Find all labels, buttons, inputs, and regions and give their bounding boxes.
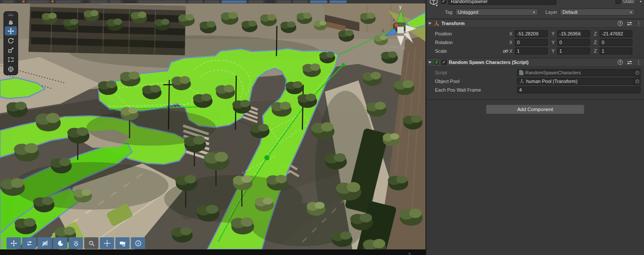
- search-icon: [88, 240, 95, 247]
- scene-camera-button[interactable]: [115, 237, 130, 249]
- layer-dropdown[interactable]: Default▼: [560, 9, 635, 16]
- wait-frame-row: Each Pos Wait Frame 4: [426, 86, 644, 94]
- compass-icon: [135, 240, 142, 247]
- constrain-proportions-icon[interactable]: [503, 49, 508, 54]
- transform-tool-button[interactable]: [5, 64, 17, 73]
- foldout-icon[interactable]: [428, 22, 431, 25]
- object-picker-icon[interactable]: [634, 77, 641, 85]
- compass-button[interactable]: [131, 237, 145, 249]
- scale-label[interactable]: Scale: [435, 48, 502, 54]
- script-object-field[interactable]: RandomSpawnCharacters: [517, 69, 634, 76]
- active-checkbox[interactable]: ✓: [441, 0, 446, 4]
- gameobject-header: ✓ RandomSpawner Static ▼ Tag Untagged▼ L…: [426, 0, 644, 19]
- status-partial-text: 2: [408, 252, 411, 255]
- position-z-field[interactable]: -21.47692: [600, 30, 632, 37]
- script-field-row: Script RandomSpawnCharacters: [426, 68, 644, 77]
- rect-icon: [7, 56, 14, 63]
- csharp-script-icon: #: [434, 60, 439, 65]
- add-component-button[interactable]: Add Component: [486, 105, 584, 114]
- script-title: Random Spawn Characters (Script): [449, 60, 529, 65]
- rotation-row: Rotation X 0 Y 0 Z 0: [426, 38, 644, 47]
- kebab-menu-icon[interactable]: ⋮: [636, 59, 641, 65]
- transform-component: Transform ? ⋮ Position X -51.28209 Y -15…: [426, 19, 644, 58]
- scene-tools-overlay: [3, 11, 18, 75]
- script-enabled-checkbox[interactable]: ✓: [441, 60, 447, 65]
- rotate-icon: [7, 37, 14, 44]
- gizmo-x-label: x: [393, 18, 395, 22]
- axis-x-label: X: [509, 31, 514, 36]
- presets-icon[interactable]: [627, 21, 632, 26]
- transform-ref-icon: [519, 79, 524, 84]
- orientation-gizmo[interactable]: y x z < Persp: [378, 3, 425, 54]
- scale-icon: [7, 47, 14, 54]
- center-pivot-button[interactable]: [100, 237, 114, 249]
- wait-frame-field[interactable]: 4: [517, 86, 641, 93]
- move-gizmo-icon: [10, 240, 17, 247]
- gameobject-name-field[interactable]: RandomSpawner: [448, 0, 556, 5]
- scene-lighting-button[interactable]: [53, 237, 67, 249]
- effects-icon: [73, 240, 79, 247]
- position-x-field[interactable]: -51.28209: [515, 30, 548, 37]
- scene-view[interactable]: y x z < Persp: [0, 0, 425, 255]
- kebab-menu-icon[interactable]: ⋮: [636, 20, 641, 26]
- scene-status-bar: 2: [0, 249, 425, 255]
- overlay-drag-handle[interactable]: [5, 13, 17, 16]
- scene-3d-render: [0, 0, 425, 255]
- object-picker-icon[interactable]: [634, 69, 641, 76]
- rotation-y-field[interactable]: 0: [557, 39, 590, 46]
- script-field-label: Script: [435, 70, 517, 75]
- move-tool-button[interactable]: [5, 26, 17, 35]
- scale-z-field[interactable]: 1: [600, 48, 632, 54]
- rotation-label[interactable]: Rotation: [435, 40, 502, 45]
- scale-x-field[interactable]: 1: [515, 48, 548, 54]
- foldout-icon[interactable]: [428, 61, 431, 64]
- hand-tool-button[interactable]: [5, 17, 17, 26]
- gizmo-y-label: y: [399, 4, 402, 10]
- scene-view-toolbar: [1, 237, 145, 249]
- axis-y-label: Y: [552, 31, 556, 36]
- rotation-z-field[interactable]: 0: [600, 39, 632, 46]
- static-dropdown-icon[interactable]: ▼: [639, 0, 642, 3]
- toolbar-drag-handle[interactable]: [1, 239, 5, 248]
- object-pool-row: Object Pool human Pool (Transform): [426, 77, 644, 86]
- main-toolbar-strip[interactable]: [0, 0, 425, 3]
- unity-editor-window: y x z < Persp: [0, 0, 644, 255]
- gameobject-cube-icon: [428, 0, 439, 6]
- script-header[interactable]: # ✓ Random Spawn Characters (Script) ? ⋮: [426, 58, 644, 67]
- tag-label: Tag: [445, 10, 453, 15]
- script-asset-icon: [519, 70, 523, 75]
- inspector-panel: ✓ RandomSpawner Static ▼ Tag Untagged▼ L…: [425, 0, 644, 255]
- projection-label[interactable]: < Persp: [384, 44, 406, 51]
- object-pool-field[interactable]: human Pool (Transform): [517, 78, 634, 85]
- rotate-tool-button[interactable]: [5, 36, 17, 45]
- rotation-x-field[interactable]: 0: [515, 39, 548, 46]
- move-icon: [7, 28, 14, 35]
- tag-dropdown[interactable]: Untagged▼: [455, 9, 538, 16]
- help-icon[interactable]: ?: [618, 21, 623, 26]
- axis-z-label: Z: [594, 31, 598, 36]
- grid-visibility-button[interactable]: [38, 237, 52, 249]
- presets-icon[interactable]: [627, 60, 632, 65]
- center-pivot-icon: [104, 240, 111, 247]
- position-y-field[interactable]: -15.26956: [557, 30, 590, 37]
- transform-header[interactable]: Transform ? ⋮: [426, 19, 644, 28]
- gizmo-z-label: z: [382, 28, 384, 33]
- object-pool-label: Object Pool: [435, 79, 517, 84]
- sliders-button[interactable]: [22, 237, 36, 249]
- search-button[interactable]: [84, 237, 98, 249]
- grid-off-icon: [41, 240, 48, 247]
- scale-tool-button[interactable]: [5, 45, 17, 54]
- static-label: Static: [623, 0, 635, 4]
- scene-effects-button[interactable]: [69, 237, 83, 249]
- layer-label: Layer: [546, 10, 558, 15]
- help-icon[interactable]: ?: [618, 60, 623, 65]
- transform-title: Transform: [441, 21, 465, 26]
- rect-tool-button[interactable]: [5, 55, 17, 64]
- move-gizmo-button[interactable]: [6, 237, 21, 249]
- static-checkbox[interactable]: [615, 0, 621, 4]
- scale-y-field[interactable]: 1: [557, 48, 590, 54]
- position-label[interactable]: Position: [435, 31, 502, 36]
- script-component: # ✓ Random Spawn Characters (Script) ? ⋮…: [426, 58, 644, 97]
- transform-component-icon: [434, 21, 439, 26]
- sliders-icon: [26, 240, 33, 247]
